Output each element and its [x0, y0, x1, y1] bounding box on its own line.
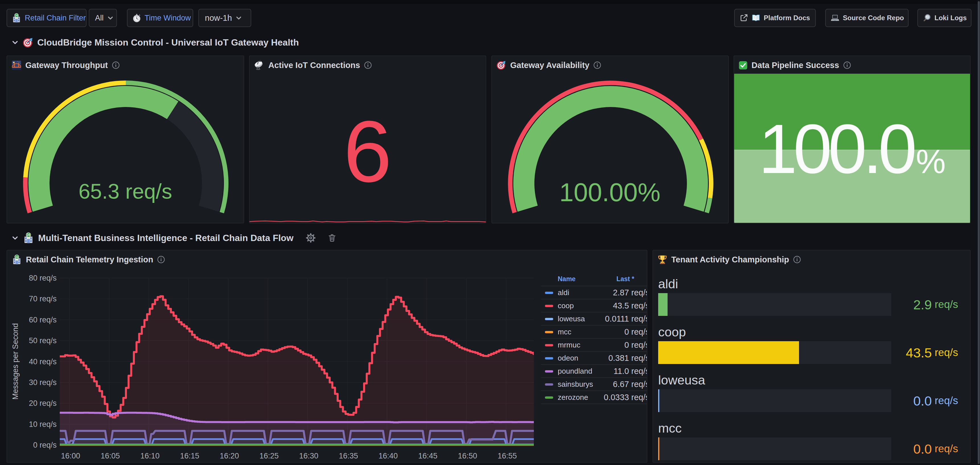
svg-text:16:40: 16:40: [379, 452, 398, 460]
svg-text:10 req/s: 10 req/s: [29, 420, 57, 428]
svg-text:40 req/s: 40 req/s: [29, 357, 57, 366]
svg-text:16:25: 16:25: [259, 452, 279, 460]
svg-text:0 req/s: 0 req/s: [33, 441, 57, 449]
svg-text:16:45: 16:45: [418, 452, 438, 460]
svg-text:24: 24: [15, 14, 18, 17]
svg-text:60 req/s: 60 req/s: [29, 315, 57, 324]
svg-text:30 req/s: 30 req/s: [29, 378, 57, 387]
svg-text:16:10: 16:10: [140, 452, 160, 460]
svg-text:20 req/s: 20 req/s: [29, 399, 57, 408]
svg-text:50 req/s: 50 req/s: [29, 336, 57, 345]
svg-text:80 req/s: 80 req/s: [29, 274, 57, 282]
svg-text:16:05: 16:05: [101, 452, 120, 460]
svg-text:70 req/s: 70 req/s: [29, 295, 57, 303]
svg-text:16:00: 16:00: [61, 452, 80, 460]
svg-text:16:20: 16:20: [220, 452, 239, 460]
svg-text:Messages per Second: Messages per Second: [11, 323, 20, 400]
svg-text:16:50: 16:50: [458, 452, 477, 460]
svg-text:16:35: 16:35: [339, 452, 358, 460]
svg-text:16:55: 16:55: [498, 452, 517, 460]
svg-text:24: 24: [27, 233, 30, 236]
svg-text:16:15: 16:15: [180, 452, 199, 460]
svg-text:16:30: 16:30: [299, 452, 318, 460]
